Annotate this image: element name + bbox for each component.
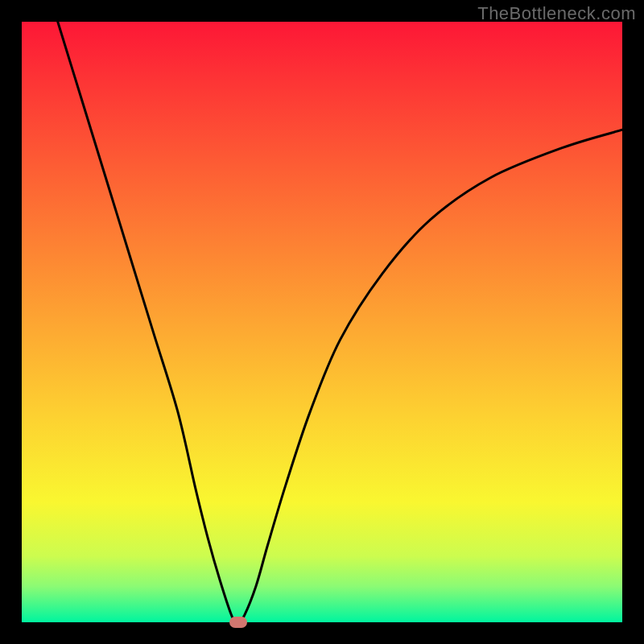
watermark-text: TheBottleneck.com [477, 3, 636, 24]
min-marker [229, 617, 247, 628]
bottleneck-curve [22, 22, 622, 622]
chart-frame: TheBottleneck.com [0, 0, 644, 644]
plot-area [22, 22, 622, 622]
